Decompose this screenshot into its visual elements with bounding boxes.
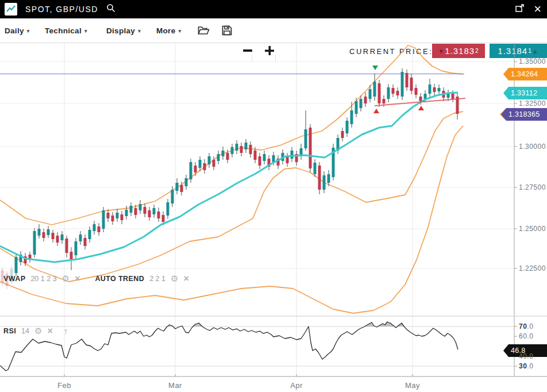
candle [309,124,312,172]
candle [373,74,376,101]
price-axis-label: 1.35000 [519,57,546,66]
candle [332,144,335,180]
candle [268,155,271,170]
candle [378,80,381,107]
candle [93,221,96,235]
candle [167,199,170,219]
rsi-overbought-fill [0,322,458,371]
candle [387,84,390,102]
overlay-indicator-row: VWAP 20 1 2 3 ⚙ × AUTO TREND 2 2 1 ⚙ × [3,275,189,283]
vwap-params: 20 1 2 3 [30,275,56,283]
candle [190,159,192,183]
gear-icon[interactable]: ⚙ [171,275,178,282]
candle [415,84,418,98]
candle [291,147,294,162]
candle [70,247,73,270]
candle [130,202,133,216]
close-icon[interactable]: × [75,275,80,282]
candle [176,178,179,194]
candle [75,238,78,259]
candle [286,153,289,167]
price-axis-label: 1.25000 [519,225,546,233]
price-axis-label: 1.22500 [519,264,546,272]
candle [364,93,367,107]
time-axis-label: Apr [290,381,303,390]
candle [20,251,22,266]
candle [277,155,280,169]
rsi-axis-label: 70.0 [519,322,533,330]
autotrend-indicator-label: AUTO TREND [95,275,144,283]
candle [355,98,358,117]
buy-signal-marker-icon [418,106,424,110]
candle [61,231,64,244]
collapse-pane-icon[interactable]: ↑ [64,326,68,336]
candle [84,235,87,249]
candle [29,252,32,263]
close-icon[interactable]: × [183,275,188,282]
candle [295,151,298,166]
candle [33,228,36,258]
candle [323,171,326,193]
candle [401,68,404,100]
candle [107,209,110,222]
candle [259,153,261,169]
candle [38,224,41,239]
candle [300,144,303,160]
price-axis-label: 1.30000 [519,143,546,151]
time-axis-label: Mar [168,381,182,390]
vwap-price-badge: 1.33112 [503,87,547,99]
rsi-axis-label: 40.0 [519,352,533,360]
candle [79,231,82,245]
candle [43,229,45,241]
candle [305,110,307,151]
candle [433,84,436,95]
close-icon[interactable]: × [47,328,52,335]
vwap-indicator-label: VWAP [3,275,25,283]
rsi-axis-label: 30.0 [519,362,533,370]
rsi-line [0,322,458,371]
autotrend-params: 2 2 1 [149,275,165,283]
bollinger-upper-band [0,45,463,225]
last-price-badge: 1.318365 [501,108,547,121]
time-axis-label: May [405,381,420,390]
candle [15,254,18,276]
candle [231,144,234,157]
candle [102,207,105,232]
candle [148,207,151,221]
candle [208,153,211,168]
candle [314,159,317,177]
candle [456,93,459,120]
candle [318,162,321,194]
candle [438,84,441,95]
candle [157,207,160,222]
rsi-indicator-label: RSI [3,327,16,335]
candle [222,147,225,160]
trading-app-window: SPOT, GBP/USD × Daily▾ Technical▾ Displa… [0,0,547,392]
upper-band-price-badge: 1.34264 [503,68,547,80]
candle [144,203,147,217]
candle [346,117,349,137]
candle [429,79,432,98]
candle [116,209,119,222]
chart-canvas[interactable] [0,0,547,392]
candle [121,211,124,224]
buy-signal-marker-icon [373,109,379,113]
rsi-indicator-row: RSI 14 ⚙ × ↑ [3,326,68,336]
candle [240,143,243,156]
gear-icon[interactable]: ⚙ [62,275,70,282]
candle [203,159,206,174]
gear-icon[interactable]: ⚙ [34,328,42,335]
candle [249,141,252,157]
candle [263,151,266,164]
bollinger-lower-band [0,112,463,282]
sell-signal-marker-icon [372,66,378,70]
candle [98,223,101,236]
candle [153,205,156,218]
price-axis-label: 1.27500 [519,183,546,191]
candle [139,200,142,214]
candle [350,102,353,128]
candle [236,140,238,154]
candle [66,236,68,258]
candle [341,128,344,141]
candle [56,232,59,246]
